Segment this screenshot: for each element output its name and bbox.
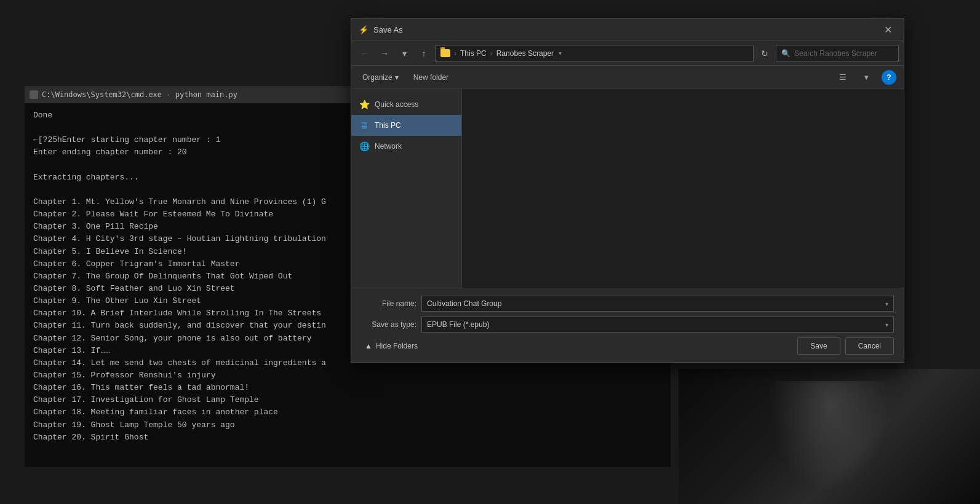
organize-button[interactable]: Organize ▾ xyxy=(359,71,402,84)
organize-label: Organize xyxy=(362,73,392,82)
filetype-input[interactable]: EPUB File (*.epub) ▾ xyxy=(421,317,894,333)
breadcrumb-separator2: › xyxy=(490,49,493,58)
folder-icon xyxy=(440,49,450,57)
filetype-chevron: ▾ xyxy=(885,321,888,328)
new-folder-button[interactable]: New folder xyxy=(410,71,452,84)
breadcrumb-bar[interactable]: › This PC › Ranobes Scraper ▾ xyxy=(435,45,754,62)
help-button[interactable]: ? xyxy=(882,70,896,85)
view-button[interactable]: ☰ xyxy=(835,69,851,85)
dialog-toolbar: Organize ▾ New folder ☰ ▾ ? xyxy=(351,66,904,89)
breadcrumb-chevron: ▾ xyxy=(559,50,562,57)
buttons-row: ▲ Hide Folders Save Cancel xyxy=(361,337,894,355)
filename-label: File name: xyxy=(361,299,416,308)
terminal-icon xyxy=(30,90,38,99)
quick-access-icon: ⭐ xyxy=(359,99,370,110)
search-icon: 🔍 xyxy=(781,49,791,58)
view-chevron-button[interactable]: ▾ xyxy=(858,69,874,85)
filename-chevron: ▾ xyxy=(885,301,888,307)
breadcrumb-root: This PC xyxy=(460,49,487,58)
filename-input[interactable]: Cultivation Chat Group ▾ xyxy=(421,296,894,312)
breadcrumb-folder: Ranobes Scraper xyxy=(496,49,554,58)
dark-image-area xyxy=(679,369,980,504)
hide-folders-chevron: ▲ xyxy=(365,342,372,350)
terminal-line: Chapter 16. This matter feels a tad abno… xyxy=(33,382,662,394)
search-box[interactable]: 🔍 Search Ranobes Scraper xyxy=(776,45,899,62)
light-beam xyxy=(768,381,891,492)
dialog-title-text: Save As xyxy=(373,25,874,34)
dialog-close-button[interactable]: ✕ xyxy=(879,22,896,39)
filetype-row: Save as type: EPUB File (*.epub) ▾ xyxy=(361,317,894,333)
sidebar-item-this-pc[interactable]: 🖥 This PC xyxy=(351,115,461,136)
dialog-bottom: File name: Cultivation Chat Group ▾ Save… xyxy=(351,288,904,362)
network-icon: 🌐 xyxy=(359,141,370,152)
hide-folders-button[interactable]: ▲ Hide Folders xyxy=(361,339,421,353)
dialog-navbar: ← → ▾ ↑ › This PC › Ranobes Scraper ▾ ↻ … xyxy=(351,41,904,66)
view-chevron-icon: ▾ xyxy=(864,73,869,82)
this-pc-icon: 🖥 xyxy=(359,120,370,131)
breadcrumb-separator: › xyxy=(454,49,456,58)
terminal-title-text: C:\Windows\System32\cmd.exe - python mai… xyxy=(42,90,237,99)
dialog-file-area[interactable] xyxy=(462,89,904,288)
dialog-title-icon: ⚡ xyxy=(359,25,368,34)
terminal-line: Chapter 18. Meeting familiar faces in an… xyxy=(33,406,662,419)
sidebar-item-quick-access[interactable]: ⭐ Quick access xyxy=(351,94,461,115)
dialog-sidebar: ⭐ Quick access 🖥 This PC 🌐 Network xyxy=(351,89,462,288)
new-folder-label: New folder xyxy=(413,73,448,82)
nav-recent-button[interactable]: ▾ xyxy=(396,45,413,62)
filename-row: File name: Cultivation Chat Group ▾ xyxy=(361,296,894,312)
organize-chevron: ▾ xyxy=(395,73,399,82)
nav-forward-button[interactable]: → xyxy=(376,45,393,62)
terminal-line: Chapter 20. Spirit Ghost xyxy=(33,431,662,444)
quick-access-label: Quick access xyxy=(375,100,418,109)
sidebar-item-network[interactable]: 🌐 Network xyxy=(351,136,461,157)
filename-value: Cultivation Chat Group xyxy=(427,299,885,308)
save-as-dialog: ⚡ Save As ✕ ← → ▾ ↑ › This PC › Ranobes … xyxy=(351,18,904,363)
nav-back-button[interactable]: ← xyxy=(356,45,373,62)
dialog-titlebar: ⚡ Save As ✕ xyxy=(351,19,904,41)
terminal-line: Chapter 15. Professor Renshui's injury xyxy=(33,369,662,382)
filetype-label: Save as type: xyxy=(361,320,416,329)
search-placeholder: Search Ranobes Scraper xyxy=(794,49,877,58)
hide-folders-label: Hide Folders xyxy=(376,342,418,350)
terminal-line: Chapter 17. Investigation for Ghost Lamp… xyxy=(33,394,662,406)
save-button[interactable]: Save xyxy=(797,337,840,355)
filetype-value: EPUB File (*.epub) xyxy=(427,320,885,329)
this-pc-label: This PC xyxy=(375,121,401,130)
dialog-content: ⭐ Quick access 🖥 This PC 🌐 Network xyxy=(351,89,904,288)
nav-up-button[interactable]: ↑ xyxy=(415,45,432,62)
terminal-line: Chapter 19. Ghost Lamp Temple 50 years a… xyxy=(33,419,662,431)
nav-refresh-button[interactable]: ↻ xyxy=(756,45,773,62)
help-label: ? xyxy=(886,73,891,82)
network-label: Network xyxy=(375,142,402,151)
cancel-button[interactable]: Cancel xyxy=(845,337,894,355)
view-icon: ☰ xyxy=(839,73,847,82)
